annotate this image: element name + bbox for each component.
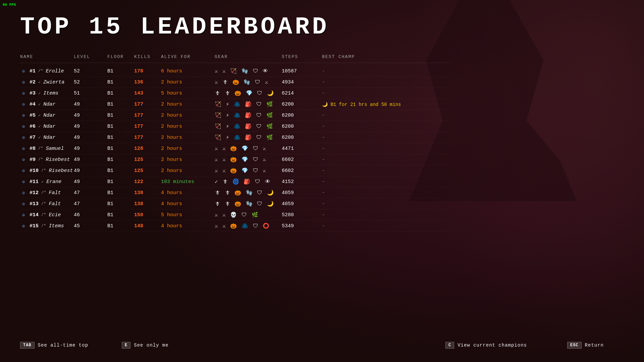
steps-cell: 6200 bbox=[282, 113, 322, 118]
platform-icon: ⊙ bbox=[20, 189, 27, 196]
alive-cell: 2 hours bbox=[161, 146, 215, 152]
rank-cell: ⊙ #7 ✓ Ndar bbox=[20, 134, 74, 141]
alive-cell: 4 hours bbox=[161, 223, 215, 229]
bottom-button[interactable]: E See only me bbox=[122, 342, 169, 349]
alive-cell: 6 hours bbox=[161, 68, 215, 74]
bottom-button[interactable]: ESC Return bbox=[567, 342, 604, 349]
floor-cell: B1 bbox=[107, 124, 134, 129]
kills-cell: 128 bbox=[134, 146, 161, 152]
floor-cell: B1 bbox=[107, 90, 134, 96]
steps-cell: 4934 bbox=[282, 79, 322, 85]
floor-cell: B1 bbox=[107, 223, 134, 229]
kills-cell: 138 bbox=[134, 201, 161, 207]
table-row: ⊙ #9 /* Risebest 49 B1 125 2 hours ⚔ ⚔ 🎃… bbox=[20, 154, 449, 165]
rank-cell: ⊙ #8 /* Samuel bbox=[20, 145, 74, 152]
player-name: Ecie bbox=[49, 212, 61, 218]
player-name: Erane bbox=[46, 179, 61, 185]
platform-icon: ⊙ bbox=[20, 112, 27, 119]
alive-cell: 5 hours bbox=[161, 90, 215, 96]
table-body: ⊙ #1 /* Erolle 52 B1 178 6 hours ⚔ ⚔ 🏹 🧤… bbox=[20, 66, 449, 232]
rank-cell: ⊙ #13 /* Falt bbox=[20, 200, 74, 207]
rank-text: #15 bbox=[30, 223, 39, 229]
btn-label: See only me bbox=[134, 343, 168, 348]
prefix-icon: ✓ bbox=[38, 102, 41, 107]
level-cell: 51 bbox=[74, 90, 107, 96]
platform-icon: ⊙ bbox=[20, 200, 27, 207]
rank-cell: ⊙ #4 ✓ Ndar bbox=[20, 101, 74, 108]
level-cell: 52 bbox=[74, 79, 107, 85]
platform-icon: ⊙ bbox=[20, 156, 27, 163]
rank-text: #3 bbox=[30, 90, 36, 96]
champ-cell: - bbox=[322, 190, 423, 195]
btn-label: See all-time top bbox=[38, 343, 88, 348]
level-cell: 47 bbox=[74, 190, 107, 196]
platform-icon: ⊙ bbox=[20, 68, 27, 74]
col-steps: STEPS bbox=[282, 54, 322, 59]
kills-cell: 125 bbox=[134, 168, 161, 174]
col-gear: GEAR bbox=[215, 54, 282, 59]
gear-cell: ⚔ ⚔ 🎃 💎 🛡 ⚔ bbox=[215, 145, 282, 152]
kills-cell: 125 bbox=[134, 157, 161, 163]
gear-cell: 🏹 ⚡ 🧥 🎒 🛡 🌿 bbox=[215, 134, 282, 141]
gear-cell: ⚔ 🗡 🎃 🧤 🛡 ⚔ bbox=[215, 79, 282, 85]
floor-cell: B1 bbox=[107, 113, 134, 118]
champ-cell: - bbox=[322, 79, 423, 85]
col-level: LEVEL bbox=[74, 54, 107, 59]
table-row: ⊙ #13 /* Falt 47 B1 138 4 hours 🗡 🗡 🎃 🧤 … bbox=[20, 198, 449, 209]
floor-cell: B1 bbox=[107, 157, 134, 163]
kills-cell: 177 bbox=[134, 135, 161, 140]
rank-text: #8 bbox=[30, 146, 36, 152]
champ-cell: - bbox=[322, 179, 423, 184]
table-row: ⊙ #12 /* Falt 47 B1 138 4 hours 🗡 🗡 🎃 🧤 … bbox=[20, 187, 449, 198]
gear-cell: ⚔ ⚔ 🎃 🧥 🛡 ⭕ bbox=[215, 223, 282, 229]
champ-cell: - bbox=[322, 168, 423, 173]
rank-cell: ⊙ #15 /* Items bbox=[20, 223, 74, 229]
table-row: ⊙ #11 ✓ Erane 49 B1 122 103 minutes ✓ 🗡 … bbox=[20, 176, 449, 187]
player-name: Ndar bbox=[43, 113, 55, 118]
prefix-icon: ✓ bbox=[38, 91, 41, 96]
rank-text: #2 bbox=[30, 79, 36, 85]
rank-text: #4 bbox=[30, 102, 36, 107]
prefix-icon: ✓ bbox=[38, 113, 41, 118]
kills-cell: 177 bbox=[134, 124, 161, 129]
main-container: TOP 15 LEADERBOARD NAME LEVEL FLOOR KILL… bbox=[0, 0, 470, 245]
table-row: ⊙ #1 /* Erolle 52 B1 178 6 hours ⚔ ⚔ 🏹 🧤… bbox=[20, 66, 449, 77]
table-row: ⊙ #14 /* Ecie 46 B1 150 5 hours ⚔ ⚔ 💀 🛡 … bbox=[20, 209, 449, 221]
level-cell: 49 bbox=[74, 102, 107, 107]
rank-cell: ⊙ #6 ✓ Ndar bbox=[20, 123, 74, 130]
kills-cell: 138 bbox=[134, 190, 161, 196]
rank-text: #12 bbox=[30, 190, 39, 196]
col-floor: FLOOR bbox=[107, 54, 134, 59]
steps-cell: 4152 bbox=[282, 179, 322, 185]
steps-cell: 4059 bbox=[282, 190, 322, 196]
champ-cell: - bbox=[322, 135, 423, 140]
gear-cell: ⚔ ⚔ 💀 🛡 🌿 bbox=[215, 212, 282, 218]
key-badge: TAB bbox=[20, 342, 35, 349]
prefix-icon: /* bbox=[38, 69, 43, 73]
platform-icon: ⊙ bbox=[20, 101, 27, 108]
rank-text: #5 bbox=[30, 113, 36, 118]
level-cell: 49 bbox=[74, 168, 107, 174]
steps-cell: 6602 bbox=[282, 168, 322, 174]
bottom-button[interactable]: C View current champions bbox=[445, 342, 527, 349]
rank-cell: ⊙ #9 /* Risebest bbox=[20, 156, 74, 163]
alive-cell: 103 minutes bbox=[161, 179, 215, 185]
prefix-icon: /* bbox=[41, 168, 46, 173]
gear-cell: ⚔ ⚔ 🎃 💎 🛡 ⚔ bbox=[215, 156, 282, 163]
gear-cell: ⚔ ⚔ 🎃 💎 🛡 ⚔ bbox=[215, 167, 282, 174]
gear-cell: 🏹 ⚡ 🧥 🎒 🛡 🌿 bbox=[215, 123, 282, 130]
bottom-button[interactable]: TAB See all-time top bbox=[20, 342, 88, 349]
prefix-icon: /* bbox=[38, 157, 43, 162]
floor-cell: B1 bbox=[107, 190, 134, 196]
prefix-icon: ✓ bbox=[41, 179, 44, 184]
platform-icon: ⊙ bbox=[20, 90, 27, 97]
table-row: ⊙ #15 /* Items 45 B1 148 4 hours ⚔ ⚔ 🎃 🧥… bbox=[20, 221, 449, 232]
champ-cell: - bbox=[322, 113, 423, 118]
alive-cell: 5 hours bbox=[161, 212, 215, 218]
platform-icon: ⊙ bbox=[20, 223, 27, 229]
prefix-icon: ✓ bbox=[38, 135, 41, 140]
steps-cell: 6200 bbox=[282, 102, 322, 107]
gear-cell: 🏹 ⚡ 🧥 🎒 🛡 🌿 bbox=[215, 112, 282, 119]
table-header: NAME LEVEL FLOOR KILLS ALIVE FOR GEAR ST… bbox=[20, 54, 449, 63]
steps-cell: 4471 bbox=[282, 146, 322, 152]
